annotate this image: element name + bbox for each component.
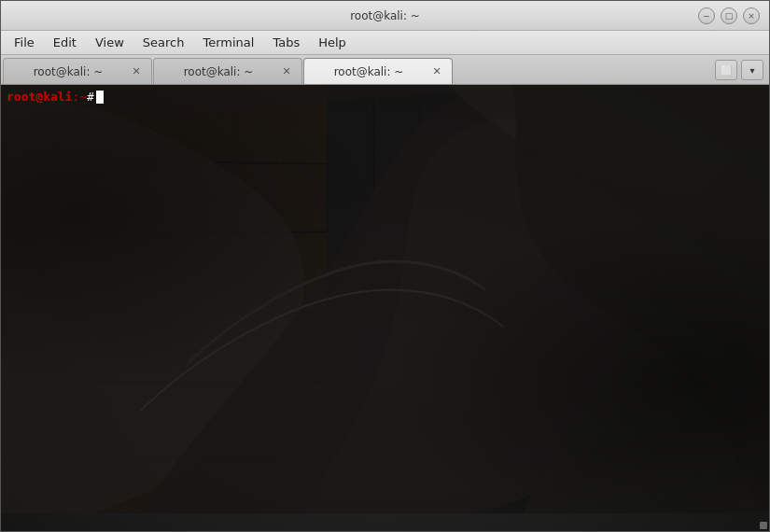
menu-terminal[interactable]: Terminal — [195, 34, 261, 51]
new-tab-icon: ⬜ — [721, 65, 732, 76]
tab-2-label: root@kali: ~ — [161, 65, 275, 78]
menu-help[interactable]: Help — [311, 34, 354, 51]
tab-2[interactable]: root@kali: ~ ✕ — [153, 58, 302, 84]
menu-tabs[interactable]: Tabs — [265, 34, 307, 51]
title-bar: root@kali: ~ − □ × — [1, 1, 769, 31]
terminal-window: root@kali: ~ − □ × File Edit View Search… — [0, 0, 770, 532]
tab-3[interactable]: root@kali: ~ ✕ — [303, 58, 453, 84]
terminal-cursor — [96, 91, 104, 104]
minimize-button[interactable]: − — [698, 7, 715, 24]
menu-search[interactable]: Search — [135, 34, 192, 51]
tab-1-label: root@kali: ~ — [11, 65, 125, 78]
scrollbar-corner — [760, 522, 767, 529]
prompt-line: root@kali :~ # — [7, 89, 763, 105]
menu-bar: File Edit View Search Terminal Tabs Help — [1, 31, 769, 55]
maximize-button[interactable]: □ — [721, 7, 737, 24]
close-icon: × — [748, 11, 755, 21]
tab-actions: ⬜ ▾ — [715, 60, 767, 84]
minimize-icon: − — [703, 11, 710, 21]
tab-1[interactable]: root@kali: ~ ✕ — [3, 58, 152, 84]
maximize-icon: □ — [725, 11, 734, 21]
new-tab-button[interactable]: ⬜ — [715, 60, 737, 80]
tab-menu-button[interactable]: ▾ — [741, 60, 763, 80]
tab-2-close[interactable]: ✕ — [279, 64, 294, 79]
tab-bar: root@kali: ~ ✕ root@kali: ~ ✕ root@kali:… — [1, 55, 769, 85]
prompt-path: :~ — [72, 89, 87, 105]
menu-edit[interactable]: Edit — [46, 34, 84, 51]
menu-view[interactable]: View — [88, 34, 132, 51]
window-title: root@kali: ~ — [350, 9, 420, 22]
terminal-content: root@kali :~ # — [1, 85, 769, 531]
window-controls: − □ × — [698, 7, 760, 24]
prompt-user: root@kali — [7, 89, 72, 105]
tab-1-close[interactable]: ✕ — [129, 64, 144, 79]
tab-dropdown-icon: ▾ — [749, 65, 754, 76]
menu-file[interactable]: File — [7, 34, 42, 51]
terminal-area[interactable]: root@kali :~ # — [1, 85, 769, 531]
tab-3-label: root@kali: ~ — [312, 65, 426, 78]
tab-3-close[interactable]: ✕ — [429, 64, 444, 79]
prompt-symbol: # — [87, 89, 94, 105]
close-button[interactable]: × — [743, 7, 760, 24]
